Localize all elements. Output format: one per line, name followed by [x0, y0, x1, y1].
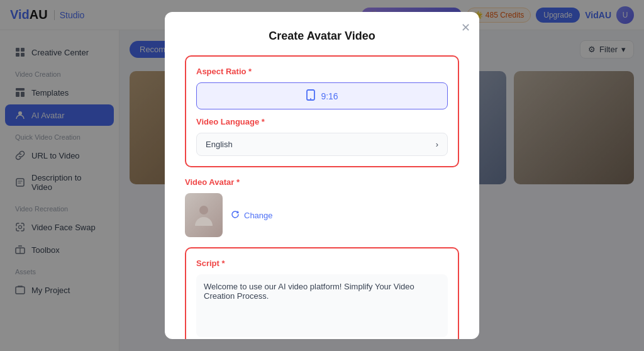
- aspect-ratio-label: Aspect Ratio *: [196, 67, 448, 76]
- language-required: *: [259, 117, 265, 126]
- svg-point-16: [310, 98, 311, 99]
- video-language-label-text: Video Language: [196, 117, 259, 126]
- script-textarea[interactable]: [196, 274, 448, 337]
- refresh-icon: [230, 209, 240, 221]
- aspect-ratio-label-text: Aspect Ratio: [196, 67, 246, 76]
- avatar-placeholder: [185, 193, 223, 237]
- aspect-ratio-value: 9:16: [321, 91, 338, 101]
- avatar-preview: Change: [185, 193, 459, 237]
- video-avatar-label: Video Avatar *: [185, 177, 459, 187]
- chevron-right-icon: ›: [436, 140, 438, 149]
- svg-point-17: [199, 206, 208, 214]
- modal-title: Create Avatar Video: [185, 30, 459, 43]
- video-avatar-section: Video Avatar * Change: [185, 177, 459, 237]
- video-language-label: Video Language *: [196, 117, 448, 126]
- modal-overlay: ✕ Create Avatar Video Aspect Ratio * 9:1…: [0, 0, 644, 351]
- avatar-image: [185, 193, 223, 237]
- change-label: Change: [244, 211, 273, 220]
- script-label: Script *: [196, 259, 448, 268]
- aspect-required: *: [246, 67, 252, 76]
- language-select[interactable]: English ›: [196, 133, 448, 156]
- script-section: Script * 75 / 600: [185, 247, 459, 339]
- change-avatar-button[interactable]: Change: [230, 209, 273, 221]
- phone-icon: [306, 89, 316, 103]
- create-avatar-modal: ✕ Create Avatar Video Aspect Ratio * 9:1…: [165, 12, 479, 339]
- aspect-ratio-button[interactable]: 9:16: [196, 82, 448, 109]
- modal-close-button[interactable]: ✕: [461, 21, 470, 35]
- aspect-language-section: Aspect Ratio * 9:16 Video Language * Eng…: [185, 55, 459, 167]
- language-value: English: [206, 140, 233, 149]
